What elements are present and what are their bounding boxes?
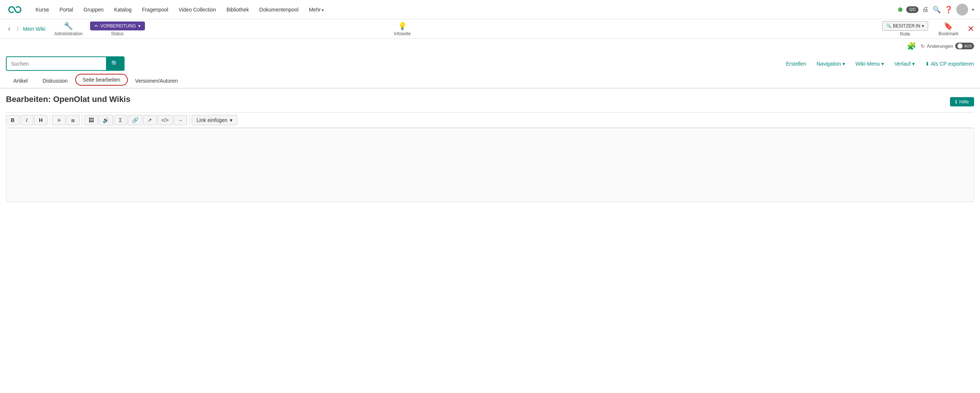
content-area: Bearbeiten: OpenOlat und Wikis ℹ Hilfe B… xyxy=(0,89,980,208)
toggle-knob xyxy=(958,43,963,49)
tab-versionen-autoren[interactable]: Versionen/Autoren xyxy=(128,74,185,88)
toggle-label: AUS xyxy=(964,44,972,48)
ordered-list-button[interactable]: ≣ xyxy=(66,115,80,125)
nav-mehr[interactable]: Mehr xyxy=(304,5,328,15)
status-text: Status xyxy=(111,31,124,37)
title-row: Bearbeiten: OpenOlat und Wikis ℹ Hilfe xyxy=(6,95,974,109)
tab-diskussion[interactable]: Diskussion xyxy=(35,74,75,88)
user-avatar[interactable] xyxy=(956,4,968,16)
pencil-icon: ✏ xyxy=(94,23,98,29)
top-navigation: Kurse Portal Gruppen Katalog Fragenpool … xyxy=(0,0,980,19)
tab-seite-bearbeiten[interactable]: Seite bearbeiten xyxy=(75,74,128,86)
rolle-dropdown-icon: ▾ xyxy=(922,23,924,29)
nav-dokumentenpool[interactable]: Dokumentenpool xyxy=(255,5,303,15)
search-button[interactable]: 🔍 xyxy=(106,57,124,70)
italic-button[interactable]: I xyxy=(20,115,33,125)
context-toolbar: ‹ / Mein Wiki 🔧 Administration ✏ VORBERE… xyxy=(0,19,980,38)
nav-right-section: 0/0 🖨 🔍 ❓ ▾ xyxy=(898,4,974,16)
export-link[interactable]: ⬇ Als CP exportieren xyxy=(925,61,974,67)
bookmark-toolbar-item[interactable]: 🔖 Bookmark xyxy=(939,22,958,37)
infoseite-toolbar-item[interactable]: 💡 Infoseite xyxy=(394,22,411,37)
user-menu-caret[interactable]: ▾ xyxy=(972,7,974,12)
link-dropdown-button[interactable]: Link einfügen ▾ xyxy=(192,115,237,125)
editor-toolbar: B I H ≡ ≣ 🖼 🔊 Σ 🔗 ↗ </> → Link einfügen … xyxy=(6,112,974,128)
arrow-button[interactable]: → xyxy=(173,115,187,125)
close-button[interactable]: ✕ xyxy=(967,24,974,34)
toolbar-separator-3 xyxy=(189,115,189,125)
search-input[interactable] xyxy=(7,58,106,70)
heading-button[interactable]: H xyxy=(34,115,48,125)
wiki-menu-link[interactable]: Wiki-Menu xyxy=(856,61,884,67)
infoseite-icon: 💡 xyxy=(398,22,407,30)
breadcrumb-mein-wiki[interactable]: Mein Wiki xyxy=(23,26,46,32)
bold-button[interactable]: B xyxy=(6,115,19,125)
changes-section: ↻ Änderungen AUS xyxy=(921,43,974,49)
changes-bar: 🧩 ↻ Änderungen AUS xyxy=(0,38,980,53)
audio-button[interactable]: 🔊 xyxy=(99,115,113,125)
tab-artikel[interactable]: Artikel xyxy=(6,74,35,88)
score-badge: 0/0 xyxy=(906,6,918,13)
online-status-dot xyxy=(898,7,902,12)
link-dropdown-chevron: ▾ xyxy=(230,117,232,123)
erstellen-link[interactable]: Erstellen xyxy=(786,61,806,67)
code-button[interactable]: </> xyxy=(157,115,173,125)
bookmark-label: Bookmark xyxy=(939,31,958,37)
rolle-text: Rolle xyxy=(900,32,910,37)
nav-video-collection[interactable]: Video Collection xyxy=(174,5,221,15)
administration-toolbar-item[interactable]: 🔧 Administration xyxy=(54,22,83,37)
toolbar-separator-1 xyxy=(50,115,50,125)
status-button[interactable]: ✏ VORBEREITUNG ▾ xyxy=(90,22,145,30)
help-icon[interactable]: ❓ xyxy=(944,6,953,14)
rolle-label: BESITZER:IN xyxy=(893,23,920,29)
puzzle-icon[interactable]: 🧩 xyxy=(907,41,916,51)
page-title: Bearbeiten: OpenOlat und Wikis xyxy=(6,95,130,104)
nav-portal[interactable]: Portal xyxy=(55,5,78,15)
help-button[interactable]: ℹ Hilfe xyxy=(950,97,974,107)
search-small-icon: 🔍 xyxy=(886,23,891,28)
verlauf-link[interactable]: Verlauf xyxy=(894,61,915,67)
navigation-link[interactable]: Navigation xyxy=(816,61,845,67)
image-button[interactable]: 🖼 xyxy=(84,115,98,125)
link-dropdown-label: Link einfügen xyxy=(196,117,227,123)
help-circle-icon: ℹ xyxy=(955,99,957,105)
export-label: Als CP exportieren xyxy=(931,61,974,67)
status-dropdown-icon: ▾ xyxy=(138,23,140,29)
nav-bibliothek[interactable]: Bibliothek xyxy=(222,5,253,15)
download-icon: ⬇ xyxy=(925,61,929,67)
print-icon[interactable]: 🖨 xyxy=(922,6,929,13)
editor-content-area[interactable] xyxy=(6,128,974,202)
infoseite-label: Infoseite xyxy=(394,31,411,37)
link-button[interactable]: 🔗 xyxy=(128,115,142,125)
search-action-bar: 🔍 Erstellen Navigation Wiki-Menu Verlauf… xyxy=(0,53,980,74)
rolle-button[interactable]: 🔍 BESITZER:IN ▾ xyxy=(882,21,928,31)
wiki-tabs: Artikel Diskussion Seite bearbeiten Vers… xyxy=(0,74,980,89)
changes-label: Änderungen xyxy=(927,43,953,49)
search-box: 🔍 xyxy=(6,56,124,71)
nav-gruppen[interactable]: Gruppen xyxy=(79,5,108,15)
nav-fragenpool[interactable]: Fragenpool xyxy=(137,5,173,15)
nav-kurse[interactable]: Kurse xyxy=(31,5,54,15)
status-label: VORBEREITUNG xyxy=(100,23,136,29)
wrench-icon: 🔧 xyxy=(64,22,73,30)
external-link-button[interactable]: ↗ xyxy=(143,115,156,125)
logo[interactable] xyxy=(6,5,24,15)
bookmark-icon: 🔖 xyxy=(944,22,953,30)
action-links: Erstellen Navigation Wiki-Menu Verlauf ⬇… xyxy=(786,61,974,67)
breadcrumb-separator: / xyxy=(17,26,19,32)
nav-katalog[interactable]: Katalog xyxy=(110,5,136,15)
toolbar-separator-2 xyxy=(82,115,82,125)
sigma-button[interactable]: Σ xyxy=(114,115,127,125)
unordered-list-button[interactable]: ≡ xyxy=(52,115,65,125)
back-button[interactable]: ‹ xyxy=(6,23,13,34)
help-label: Hilfe xyxy=(959,99,969,105)
refresh-icon: ↻ xyxy=(921,43,925,49)
changes-toggle[interactable]: AUS xyxy=(955,43,974,49)
administration-label: Administration xyxy=(54,31,83,37)
search-icon[interactable]: 🔍 xyxy=(932,6,941,14)
